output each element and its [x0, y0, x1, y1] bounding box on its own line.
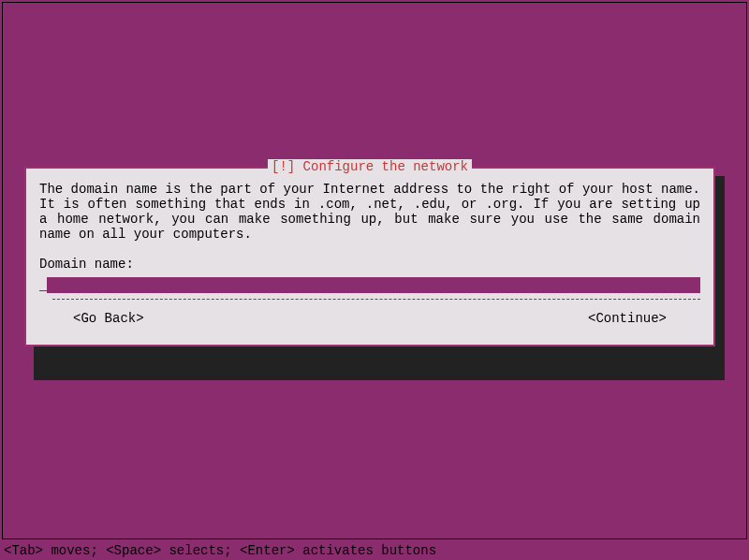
input-row: _ — [39, 277, 700, 293]
domain-name-label: Domain name: — [39, 257, 700, 272]
dialog-body: The domain name is the part of your Inte… — [26, 169, 713, 345]
go-back-button[interactable]: <Go Back> — [73, 311, 144, 326]
dialog-title: [!] Configure the network — [268, 159, 472, 174]
input-cursor: _ — [39, 278, 47, 293]
domain-name-input[interactable] — [47, 277, 700, 293]
footer-help-text: <Tab> moves; <Space> selects; <Enter> ac… — [4, 543, 436, 558]
continue-button[interactable]: <Continue> — [588, 311, 667, 326]
input-underline — [52, 299, 700, 300]
button-row: <Go Back> <Continue> — [39, 311, 700, 333]
configure-network-dialog: [!] Configure the network The domain nam… — [24, 167, 715, 346]
description-text: The domain name is the part of your Inte… — [39, 182, 700, 242]
